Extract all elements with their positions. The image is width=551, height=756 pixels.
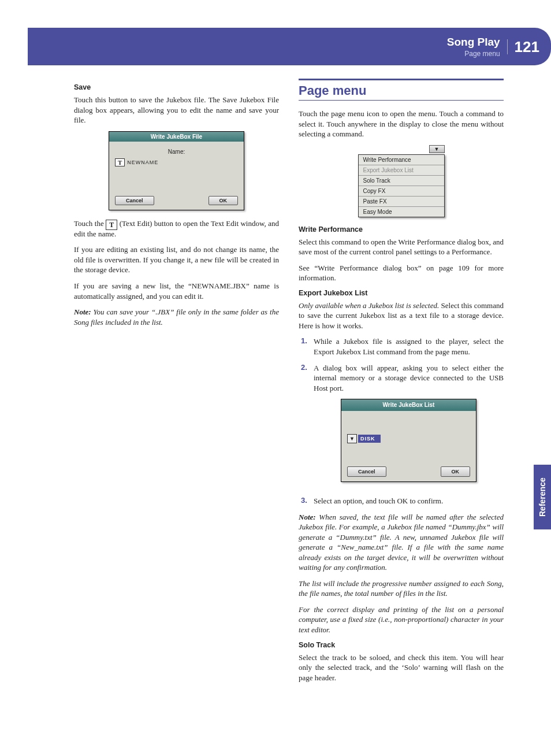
solo-p1: Select the track to be soloed, and check…: [299, 653, 504, 683]
dialog-title: Write JukeBox List: [341, 399, 476, 411]
save-heading: Save: [74, 83, 279, 91]
menu-item-paste-fx[interactable]: Paste FX: [359, 197, 444, 207]
menu-trigger-icon[interactable]: ▼: [429, 145, 445, 153]
disk-dropdown-icon[interactable]: ▼: [347, 434, 357, 443]
menu-item-copy-fx[interactable]: Copy FX: [359, 186, 444, 197]
header-title: Song Play: [447, 36, 500, 49]
side-tab-reference: Reference: [534, 465, 551, 529]
disk-label[interactable]: DISK: [358, 435, 381, 443]
pagemenu-intro: Touch the page menu icon to open the men…: [299, 109, 504, 139]
step-3: 3. Select an option, and touch OK to con…: [301, 496, 504, 506]
write-perf-p2: See “Write Performance dialog box” on pa…: [299, 263, 504, 283]
cancel-button[interactable]: Cancel: [115, 196, 154, 205]
menu-item-write-performance[interactable]: Write Performance: [359, 155, 444, 165]
write-jukebox-list-dialog: Write JukeBox List ▼ DISK Cancel OK: [341, 399, 476, 482]
dialog-title: Write JukeBox File: [109, 132, 244, 142]
write-jukebox-file-dialog: Write JukeBox File Name: T NEWNAME Cance…: [109, 131, 244, 210]
touch-t-para: Touch the T (Text Edit) button to open t…: [74, 218, 279, 239]
left-column: Save Touch this button to save the Jukeb…: [74, 79, 279, 688]
export-note1: Note: When saved, the text file will be …: [299, 512, 504, 573]
page-number: 121: [515, 39, 539, 54]
write-performance-heading: Write Performance: [299, 225, 504, 234]
note-para: Note: You can save your “.JBX” file only…: [74, 307, 279, 327]
export-note3: For the correct display and printing of …: [299, 605, 504, 635]
text-edit-icon-inline: T: [106, 220, 117, 230]
write-perf-p1: Select this command to open the Write Pe…: [299, 237, 504, 257]
text-edit-icon[interactable]: T: [115, 158, 125, 166]
page-menu-dropdown: ▼ Write Performance Export Jukebox List …: [358, 145, 445, 217]
menu-item-export-jukebox[interactable]: Export Jukebox List: [359, 165, 444, 176]
name-value: NEWNAME: [127, 160, 158, 165]
editing-para: If you are editing an existing list, and…: [74, 244, 279, 275]
step-1: 1. While a Jukebox file is assigned to t…: [301, 336, 504, 357]
solo-track-heading: Solo Track: [299, 641, 504, 649]
header-subtitle: Page menu: [447, 50, 500, 58]
ok-button[interactable]: OK: [209, 196, 239, 205]
ok-button[interactable]: OK: [441, 466, 471, 477]
page-header: Song Play Page menu 121: [28, 28, 551, 65]
cancel-button[interactable]: Cancel: [347, 466, 386, 477]
save-intro: Touch this button to save the Jukebox fi…: [74, 95, 279, 125]
menu-item-solo-track[interactable]: Solo Track: [359, 176, 444, 186]
export-note2: The list will include the progressive nu…: [299, 579, 504, 599]
step-2: 2. A dialog box will appear, asking you …: [301, 363, 504, 490]
menu-item-easy-mode[interactable]: Easy Mode: [359, 207, 444, 217]
export-jukebox-heading: Export Jukebox List: [299, 289, 504, 297]
right-column: Page menu Touch the page menu icon to op…: [299, 79, 504, 688]
section-title: Page menu: [299, 79, 504, 101]
export-intro: Only available when a Jukebox list is se…: [299, 301, 504, 331]
newlist-para: If you are saving a new list, the “NEWNA…: [74, 281, 279, 301]
name-label: Name:: [115, 149, 238, 155]
